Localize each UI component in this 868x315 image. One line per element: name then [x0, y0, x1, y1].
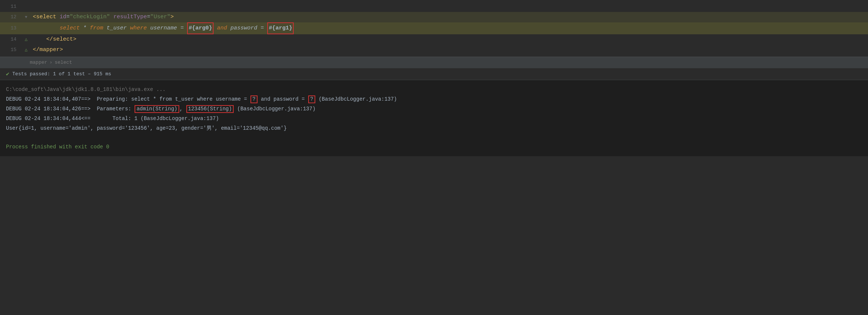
line-gutter-15: △ [22, 45, 30, 55]
breadcrumb-separator: › [50, 60, 53, 65]
line-content-14: </select> [30, 34, 868, 45]
debug-parameters-line: DEBUG 02-24 18:34:04,426==> Parameters: … [6, 104, 862, 114]
line-number-15: 15 [0, 45, 22, 55]
process-exit-text: Process finished with exit code 0 [6, 142, 109, 152]
test-pass-icon: ✔ [6, 70, 9, 78]
line-number-12: 12 [0, 12, 22, 22]
java-path-line: C:\code_soft\Java\jdk\jdk1.8.0_181\bin\j… [6, 85, 862, 94]
debug-params-end: (BaseJdbcLogger.java:137) [234, 104, 315, 114]
line-number-13: 13 [0, 23, 22, 34]
debug-placeholder-2: ? [308, 95, 315, 103]
breadcrumb-bar: mapper › select [0, 57, 868, 68]
code-line-14: 14 △ </select> [0, 34, 868, 45]
breadcrumb-select: select [55, 60, 72, 65]
debug-preparing-line: DEBUG 02-24 18:34:04,407==> Preparing: s… [6, 94, 862, 104]
line-gutter-12: ▼ [22, 12, 30, 22]
line-gutter-14: △ [22, 34, 30, 45]
debug-total-text: DEBUG 02-24 18:34:04,444<== Total: 1 (Ba… [6, 114, 219, 123]
debug-params-prefix: DEBUG 02-24 18:34:04,426==> Parameters: [6, 104, 134, 114]
user-object-text: User{id=1, username='admin', password='1… [6, 123, 287, 133]
debug-param2-value: 123456(String) [186, 105, 234, 113]
arg1-param: #{arg1} [267, 22, 294, 34]
code-line-11: 11 [0, 1, 868, 12]
user-object-line: User{id=1, username='admin', password='1… [6, 123, 862, 133]
debug-preparing-prefix: DEBUG 02-24 18:34:04,407==> Preparing: s… [6, 94, 250, 104]
console-header: ✔ Tests passed: 1 of 1 test – 915 ms [0, 68, 868, 80]
code-line-13: 13 select * from t_user where username =… [0, 22, 868, 34]
line-number-14: 14 [0, 34, 22, 45]
test-result-text: Tests passed: 1 of 1 test – 915 ms [12, 71, 111, 77]
debug-placeholder-1: ? [250, 95, 257, 103]
line-content-12: <select id="checkLogin" resultType="User… [30, 12, 868, 22]
process-exit-line: Process finished with exit code 0 [6, 142, 862, 152]
console-section: ✔ Tests passed: 1 of 1 test – 915 ms C:\… [0, 68, 868, 156]
debug-total-line: DEBUG 02-24 18:34:04,444<== Total: 1 (Ba… [6, 114, 862, 123]
arg0-param: #{arg0} [187, 22, 214, 34]
editor-section: 11 12 ▼ <select id="checkLogin" resultTy… [0, 0, 868, 68]
debug-preparing-middle: and password = [258, 94, 308, 104]
breadcrumb-mapper: mapper [30, 60, 47, 65]
line-number-11: 11 [0, 1, 22, 12]
debug-params-comma: , [180, 104, 186, 114]
console-empty-line [6, 133, 862, 139]
console-content: C:\code_soft\Java\jdk\jdk1.8.0_181\bin\j… [0, 80, 868, 156]
debug-param1-value: admin(String) [135, 105, 179, 113]
line-content-13: select * from t_user where username = #{… [30, 22, 868, 34]
code-line-15: 15 △ </mapper> [0, 45, 868, 55]
line-content-15: </mapper> [30, 45, 868, 55]
code-area: 11 12 ▼ <select id="checkLogin" resultTy… [0, 0, 868, 57]
java-path-text: C:\code_soft\Java\jdk\jdk1.8.0_181\bin\j… [6, 85, 165, 94]
debug-preparing-end: (BaseJdbcLogger.java:137) [316, 94, 397, 104]
code-line-12: 12 ▼ <select id="checkLogin" resultType=… [0, 12, 868, 22]
